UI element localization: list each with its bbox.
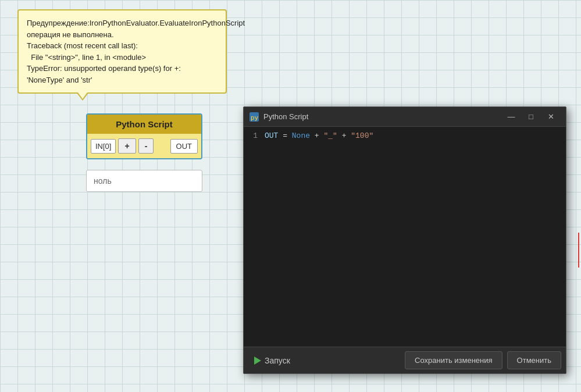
window-title: Python Script — [263, 112, 502, 121]
run-icon — [254, 357, 261, 365]
window-titlebar: py Python Script — □ ✕ — [244, 107, 566, 127]
line-number-1: 1 — [244, 131, 265, 140]
code-editor-area[interactable]: 1 OUT = None + "_" + "100" — [244, 127, 566, 347]
node-box: Python Script IN[0] + - OUT — [86, 113, 202, 159]
red-indicator — [578, 233, 579, 268]
svg-text:py: py — [251, 114, 259, 122]
python-script-icon: py — [249, 112, 259, 122]
code-line-1: 1 OUT = None + "_" + "100" — [244, 131, 566, 143]
run-button-label: Запуск — [265, 356, 290, 365]
maximize-button[interactable]: □ — [522, 110, 540, 124]
run-button[interactable]: Запуск — [248, 352, 296, 369]
node-ports: IN[0] + - OUT — [87, 134, 201, 158]
node-input-field[interactable]: ноль — [86, 170, 202, 192]
save-button[interactable]: Сохранить изменения — [405, 351, 502, 369]
port-in-label: IN[0] — [91, 139, 116, 154]
code-editor-window: py Python Script — □ ✕ 1 OUT = None + "_… — [243, 106, 566, 374]
port-remove-button[interactable]: - — [138, 138, 154, 154]
close-button[interactable]: ✕ — [541, 110, 560, 124]
window-controls: — □ ✕ — [502, 110, 560, 124]
minimize-button[interactable]: — — [502, 110, 521, 124]
cancel-button[interactable]: Отменить — [507, 351, 561, 369]
port-add-button[interactable]: + — [118, 138, 136, 154]
warning-text: Предупреждение:IronPythonEvaluator.Evalu… — [27, 19, 245, 84]
python-script-node: Python Script IN[0] + - OUT ноль — [86, 113, 202, 192]
warning-tooltip: Предупреждение:IronPythonEvaluator.Evalu… — [17, 9, 227, 94]
code-content-1: OUT = None + "_" + "100" — [265, 131, 373, 140]
window-toolbar: Запуск Сохранить изменения Отменить — [244, 347, 566, 373]
port-out-label: OUT — [170, 139, 198, 154]
node-title: Python Script — [87, 115, 201, 134]
